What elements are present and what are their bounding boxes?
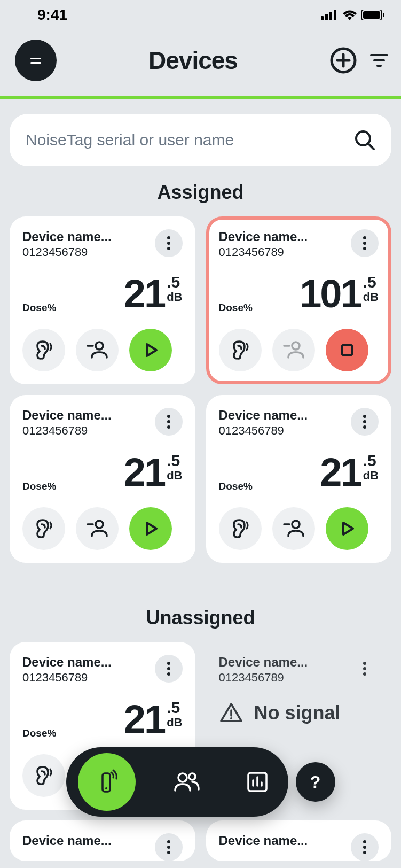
ear-button[interactable] [22, 329, 65, 371]
header: Devices [0, 30, 401, 96]
cellular-icon [321, 10, 338, 20]
filter-button[interactable] [367, 54, 391, 67]
add-button[interactable] [329, 46, 357, 74]
ear-button[interactable] [22, 507, 65, 550]
assigned-grid: Device name... 0123456789 Dose% 21 .5 dB [0, 216, 401, 563]
chart-icon [245, 770, 270, 794]
ear-button[interactable] [219, 329, 262, 371]
svg-rect-1 [325, 14, 328, 20]
dock-pill [66, 747, 288, 817]
section-title-assigned: Assigned [0, 181, 401, 204]
device-name: Device name... [22, 229, 155, 244]
device-name: Device name... [22, 655, 155, 670]
device-serial: 0123456789 [219, 245, 351, 259]
ear-icon [32, 764, 56, 787]
device-name: Device name... [219, 229, 351, 244]
wifi-icon [342, 10, 357, 20]
ear-button[interactable] [219, 507, 262, 550]
unassign-user-button[interactable] [272, 507, 315, 550]
bottom-dock: ? [66, 747, 335, 817]
svg-point-24 [105, 787, 107, 789]
ear-icon [229, 517, 252, 540]
search-icon[interactable] [354, 129, 375, 151]
accent-divider [0, 96, 401, 99]
card-menu-button[interactable] [155, 655, 183, 683]
card-menu-button[interactable] [351, 408, 379, 436]
svg-rect-0 [321, 16, 324, 20]
menu-button[interactable] [15, 40, 57, 81]
device-card[interactable]: Device name... 0123456789 Dose% 21 .5 dB [206, 395, 392, 563]
unassign-user-button[interactable] [272, 329, 315, 371]
card-menu-button[interactable] [155, 229, 183, 257]
svg-point-22 [230, 717, 232, 719]
ear-button[interactable] [22, 754, 65, 797]
dose-label: Dose% [219, 480, 253, 492]
section-title-unassigned: Unassigned [0, 607, 401, 629]
stop-button[interactable] [326, 329, 368, 371]
page-title: Devices [57, 46, 329, 75]
unassign-user-button[interactable] [76, 507, 119, 550]
play-button[interactable] [129, 329, 172, 371]
device-card[interactable]: Device name... 0123456789 Dose% 21 .5 dB [10, 216, 195, 384]
device-card[interactable]: Device name... [206, 820, 392, 861]
status-indicators [321, 10, 385, 20]
play-icon [141, 341, 160, 359]
play-icon [338, 520, 356, 538]
ear-icon [229, 338, 252, 362]
play-icon [141, 520, 160, 538]
tab-reports[interactable] [238, 763, 277, 801]
device-serial: 0123456789 [219, 424, 351, 438]
unassign-user-button[interactable] [76, 329, 119, 371]
dose-label: Dose% [22, 480, 56, 492]
svg-point-19 [292, 521, 300, 528]
device-name: Device name... [219, 833, 351, 848]
device-name: Device name... [22, 833, 155, 848]
card-menu-button[interactable] [351, 229, 379, 257]
dose-label: Dose% [22, 302, 56, 314]
user-minus-icon [282, 517, 305, 540]
play-button[interactable] [326, 507, 368, 550]
svg-rect-2 [329, 12, 332, 20]
svg-point-14 [292, 342, 300, 350]
no-signal-text: No signal [254, 702, 341, 724]
card-menu-button[interactable] [351, 833, 379, 861]
svg-point-17 [96, 521, 103, 528]
dose-readout: 21 .5 dB [124, 700, 183, 739]
ear-icon [32, 338, 56, 362]
card-menu-button[interactable] [351, 655, 379, 683]
device-serial: 0123456789 [219, 671, 351, 685]
dose-label: Dose% [22, 727, 56, 739]
dose-readout: 21 .5 dB [124, 453, 183, 492]
warning-icon [219, 701, 243, 725]
device-serial: 0123456789 [22, 671, 155, 685]
svg-point-26 [189, 773, 195, 780]
card-menu-button[interactable] [155, 408, 183, 436]
device-card[interactable]: Device name... 0123456789 Dose% 101 .5 d… [206, 216, 392, 384]
help-button[interactable]: ? [296, 762, 335, 802]
dose-label: Dose% [219, 302, 253, 314]
device-serial: 0123456789 [22, 245, 155, 259]
card-menu-button[interactable] [155, 833, 183, 861]
svg-point-12 [96, 342, 103, 350]
device-card[interactable]: Device name... [10, 820, 195, 861]
search-input[interactable] [26, 131, 354, 149]
svg-rect-5 [363, 11, 380, 19]
svg-point-25 [178, 773, 187, 782]
svg-rect-3 [334, 10, 336, 20]
svg-rect-16 [342, 345, 352, 355]
dose-readout: 101 .5 dB [300, 274, 379, 314]
user-minus-icon [282, 338, 305, 362]
svg-line-11 [368, 144, 374, 149]
device-name: Device name... [22, 408, 155, 423]
users-icon [173, 768, 201, 796]
tab-users[interactable] [168, 763, 206, 801]
plus-circle-icon [330, 47, 357, 74]
tab-devices[interactable] [78, 753, 136, 811]
dose-readout: 21 .5 dB [124, 274, 183, 314]
device-card[interactable]: Device name... 0123456789 Dose% 21 .5 dB [10, 395, 195, 563]
battery-icon [361, 10, 385, 20]
play-button[interactable] [129, 507, 172, 550]
dose-readout: 21 .5 dB [320, 453, 379, 492]
device-serial: 0123456789 [22, 424, 155, 438]
search-bar[interactable] [10, 114, 391, 166]
